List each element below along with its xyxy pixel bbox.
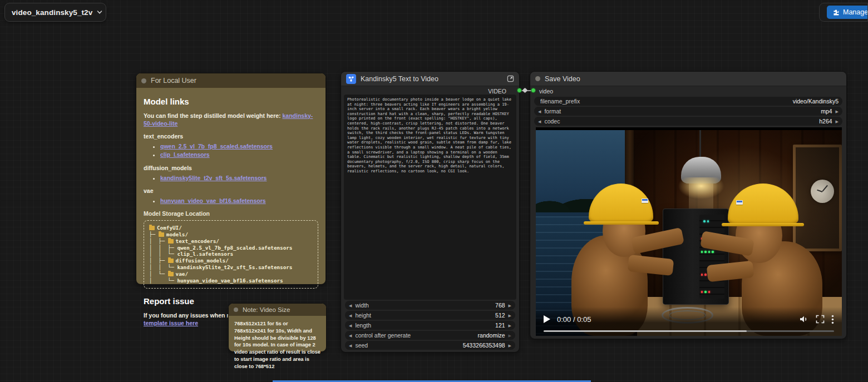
height-widget[interactable]: ◀ height 512 ▶ — [345, 311, 515, 320]
widget-stack: filename_prefix video/Kandinsky5 ◀ forma… — [534, 97, 842, 126]
folder-icon — [168, 272, 174, 276]
node-title: Kandinsky5 Text to Video — [361, 75, 438, 83]
model-links-heading: Model links — [144, 97, 318, 106]
tree-row: │ │ └─ kandinsky5lite_t2v_sft_5s.safeten… — [149, 264, 313, 271]
video-timestamp: 0:00 / 0:05 — [557, 315, 591, 324]
workflow-tab-label: video_kandinsky5_t2v — [12, 8, 92, 17]
video-preview[interactable]: 0:00 / 0:05 — [536, 127, 842, 336]
video-progress-bar[interactable] — [544, 330, 834, 332]
video-input-slot[interactable] — [531, 88, 536, 93]
folder-icon — [149, 226, 155, 230]
codec-widget[interactable]: ◀ codec h264 ▶ — [534, 117, 842, 126]
tree-row: │ └─ hunyuan_video_vae_bf16.safetensors — [149, 277, 313, 284]
list-item: kandinsky5lite_t2v_sft_5s.safetensors — [160, 175, 318, 182]
node-title: Save Video — [545, 75, 580, 83]
increment-arrow-icon[interactable]: ▶ — [509, 324, 511, 328]
folder-icon — [168, 239, 174, 244]
note-title: For Local User — [151, 77, 196, 85]
expand-node-icon[interactable] — [507, 75, 514, 82]
note-node-header[interactable]: For Local User — [136, 73, 326, 88]
input-slot-label: video — [539, 88, 553, 95]
length-widget[interactable]: ◀ length 121 ▶ — [345, 321, 515, 330]
volume-icon[interactable] — [799, 315, 809, 324]
play-button[interactable] — [544, 315, 550, 323]
video-frame: 0:00 / 0:05 — [536, 130, 842, 336]
note-node-header[interactable]: Note: Video Size — [229, 304, 326, 316]
model-file-link[interactable]: qwen_2.5_vl_7b_fp8_scaled.safetensors — [160, 143, 273, 150]
increment-arrow-icon[interactable]: ▶ — [509, 314, 511, 317]
model-links-intro: You can find the step distilled model we… — [144, 112, 318, 127]
decrement-arrow-icon[interactable]: ◀ — [349, 344, 352, 348]
node-header[interactable]: Save Video — [530, 72, 846, 86]
list-item: clip_l.safetensors — [160, 151, 318, 158]
note-body: Model links You can find the step distil… — [136, 88, 326, 338]
increment-arrow-icon[interactable]: ▶ — [836, 110, 839, 113]
output-slot-label: VIDEO — [488, 88, 506, 95]
folder-icon — [168, 259, 174, 263]
link-midpoint-dot[interactable] — [522, 88, 528, 93]
tree-row: ComfyUI/ — [149, 225, 313, 231]
collapse-dot[interactable] — [141, 78, 146, 83]
manage-button[interactable]: Manage — [827, 6, 868, 19]
tree-row: │ │ ├─ qwen_2.5_vl_7b_fp8_scaled.safeten… — [149, 245, 313, 251]
note-body: 768x512x121 for 5s or 768x512x241 for 10… — [229, 316, 326, 375]
model-file-link[interactable]: clip_l.safetensors — [160, 151, 210, 158]
folder-icon — [159, 232, 164, 237]
server-rack — [663, 209, 728, 305]
width-widget[interactable]: ◀ width 768 ▶ — [345, 301, 515, 310]
note-node-video-size[interactable]: Note: Video Size 768x512x121 for 5s or 7… — [228, 303, 327, 352]
decrement-arrow-icon[interactable]: ◀ — [349, 334, 352, 338]
decrement-arrow-icon[interactable]: ◀ — [349, 314, 352, 317]
topbar-right-panel: Manage — [819, 3, 868, 22]
collapse-dot[interactable] — [535, 76, 540, 81]
increment-arrow-icon[interactable]: ▶ — [836, 120, 839, 123]
filename-prefix-widget[interactable]: filename_prefix video/Kandinsky5 — [534, 97, 842, 106]
model-file-link[interactable]: kandinsky5lite_t2v_sft_5s.safetensors — [160, 175, 267, 181]
tree-row: │ ├─ diffusion_models/ — [149, 257, 313, 264]
video-output-slot[interactable] — [517, 88, 522, 93]
node-header[interactable]: Kandinsky5 Text to Video — [341, 72, 519, 86]
tree-row: ├─ models/ — [149, 231, 313, 238]
seed-widget[interactable]: ◀ seed 5433266353498 ▶ — [345, 341, 515, 350]
increment-arrow-icon[interactable]: ▶ — [509, 344, 511, 348]
video-size-text: 768x512x121 for 5s or 768x512x241 for 10… — [234, 320, 320, 370]
format-widget[interactable]: ◀ format mp4 ▶ — [534, 107, 842, 116]
section-heading: diffusion_models — [144, 165, 318, 171]
control-after-generate-widget[interactable]: ◀ control after generate randomize ▶ — [345, 331, 515, 340]
prompt-textarea[interactable]: Photorealistic documentary photo inside … — [344, 95, 516, 300]
increment-arrow-icon[interactable]: ▶ — [509, 334, 511, 338]
kebab-menu-icon[interactable] — [831, 315, 834, 324]
widget-stack: ◀ width 768 ▶ ◀ height 512 ▶ ◀ length 12… — [345, 301, 515, 350]
tree-row: │ ├─ text_encoders/ — [149, 238, 313, 245]
increment-arrow-icon[interactable]: ▶ — [509, 304, 511, 307]
tree-row: │ └─ vae/ — [149, 271, 313, 277]
storage-location-heading: Model Storage Location — [144, 210, 318, 217]
decrement-arrow-icon[interactable]: ◀ — [538, 110, 541, 113]
puzzle-icon — [832, 9, 840, 16]
workflow-tab[interactable]: video_kandinsky5_t2v — [4, 3, 106, 22]
list-item: qwen_2.5_vl_7b_fp8_scaled.safetensors — [160, 143, 318, 150]
decrement-arrow-icon[interactable]: ◀ — [349, 324, 352, 328]
tree-row: │ │ └─ clip_l.safetensors — [149, 251, 313, 257]
note-node-for-local-user[interactable]: For Local User Model links You can find … — [136, 73, 326, 285]
node-kandinsky5-text-to-video[interactable]: Kandinsky5 Text to Video VIDEO Photoreal… — [341, 71, 520, 353]
fullscreen-icon[interactable] — [816, 315, 825, 324]
collapse-dot[interactable] — [234, 307, 238, 312]
input-slot-row: video — [530, 86, 846, 96]
list-item: hunyuan_video_vae_bf16.safetensors — [160, 197, 318, 205]
model-storage-tree: ComfyUI/ ├─ models/ │ ├─ text_encoders/ … — [144, 220, 318, 289]
section-heading: vae — [144, 187, 318, 194]
decrement-arrow-icon[interactable]: ◀ — [349, 304, 352, 307]
note-title: Note: Video Size — [243, 306, 290, 313]
section-heading: text_encoders — [144, 133, 318, 140]
chevron-down-icon[interactable] — [97, 9, 102, 15]
node-save-video[interactable]: Save Video video filename_prefix video/K… — [530, 71, 847, 339]
graph-canvas[interactable]: video_kandinsky5_t2v Manage For Local Us… — [0, 0, 868, 382]
decrement-arrow-icon[interactable]: ◀ — [538, 120, 541, 123]
model-file-link[interactable]: hunyuan_video_vae_bf16.safetensors — [160, 197, 266, 204]
workflow-node-icon — [346, 74, 356, 84]
manage-button-label: Manage — [843, 8, 868, 16]
